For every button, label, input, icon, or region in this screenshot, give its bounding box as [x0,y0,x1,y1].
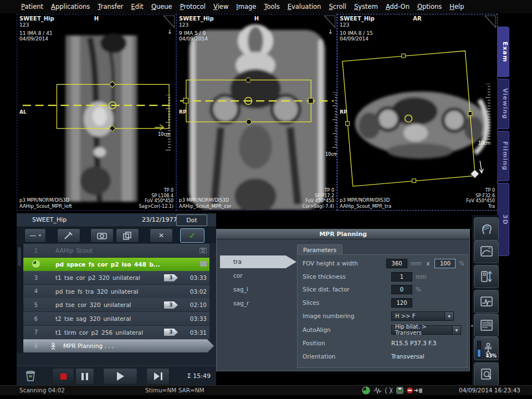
image-numbering-dropdown[interactable]: H >> F ▼ [391,311,454,321]
handle-top[interactable] [109,81,115,88]
fov-box[interactable] [342,51,475,186]
menu-transfer[interactable]: Transfer [98,3,123,11]
mpr-view-sag-l[interactable]: sag_l [220,283,296,296]
tab-parameters[interactable]: Parameters [297,244,342,255]
split-dropdown-button[interactable]: — ▾ [24,228,46,243]
queue-row-1[interactable]: 1 AAHip_Scout [23,244,209,257]
tab-exam[interactable]: Exam [497,27,509,77]
mri-console-window: Patient Applications Transfer Edit Queue… [0,0,532,399]
menu-edit[interactable]: Edit [131,3,144,11]
apply-button[interactable]: ✓ [180,228,204,243]
scroll-down-icon[interactable]: ↓ [328,29,333,35]
menu-view[interactable]: View [213,3,228,11]
menu-applications[interactable]: Applications [51,3,90,11]
menu-evaluation[interactable]: Evaluation [288,3,321,11]
menu-addon[interactable]: Add-On [386,3,410,11]
menu-image[interactable]: Image [236,3,256,11]
measurement-count-badge[interactable]: 3 [164,274,178,282]
mpr-view-tra[interactable]: tra [220,255,296,268]
viewport-sagittal[interactable]: SWEET_Hip 123 H 11 IMA 8 / 41 04/09/2014… [17,14,176,211]
scroll-down-icon[interactable]: ↓ [167,29,172,35]
mpr-view-cor[interactable]: cor [220,269,296,282]
field-label: Image numbering [303,313,391,319]
chevron-down-icon[interactable]: ▼ [452,326,461,334]
slice-dist-input[interactable] [391,285,412,294]
panel-title[interactable]: MPR Planning [217,229,469,239]
menu-protocol[interactable]: Protocol [180,3,206,11]
stack-corner-icon[interactable] [324,16,335,28]
separator-label: x [427,260,430,267]
contrast-injector-button[interactable] [57,228,80,243]
fov-height-input[interactable] [386,259,407,268]
viewport-transversal[interactable]: SWEET_Hip 123 AR 10 IMA 8 / 15 04/09/201… [337,14,498,211]
handle-bottom[interactable] [412,179,416,183]
table-position-button[interactable] [474,265,499,288]
menu-system[interactable]: System [354,3,378,11]
autoalign-dropdown[interactable]: Hip bilat. > Transvers ▼ [391,325,461,335]
tab-filming[interactable]: Filming [497,131,509,181]
roi-overlay-sagittal[interactable] [17,14,176,210]
queue-scrollbar[interactable] [17,244,23,353]
menu-help[interactable]: Help [449,3,464,11]
cancel-button[interactable]: ✕ [150,228,173,243]
chevron-down-icon[interactable]: ▼ [444,312,453,320]
physio-display-button[interactable] [474,290,499,313]
center-handle[interactable] [405,115,412,122]
menu-tools[interactable]: Tools [264,3,279,11]
stop-button[interactable] [52,368,74,385]
handle-bottom[interactable] [109,125,115,131]
queue-row-2-running[interactable]: pd_space_fs_cor_p2_iso_448_b... [23,258,209,271]
copy-reference-button[interactable] [116,228,139,243]
play-button[interactable] [103,368,137,385]
measurement-count-badge[interactable]: 3 [164,329,178,336]
handle-right[interactable] [308,98,313,103]
handle-left[interactable] [183,98,188,103]
field-label: Orientation [303,353,391,360]
handle-right[interactable] [468,112,472,116]
mpr-view-sag-r[interactable]: sag_r [220,297,296,310]
stack-corner-icon[interactable] [485,16,496,28]
vp2-geometry-info: TP 0SP P17.2 FoV 450*450Cor>Sag(-7.4) [303,188,334,209]
handle-left[interactable] [345,121,349,125]
queue-row-5[interactable]: 5 pd_tse_cor_320_unilateral 3 02:10 [23,298,209,311]
stack-corner-icon[interactable] [163,16,175,28]
tab-viewing[interactable]: Viewing [497,79,509,129]
slice-thickness-input[interactable] [391,272,412,282]
progress-pie-icon [32,260,40,268]
measurement-count-badge[interactable]: 3 [164,301,178,309]
fov-box[interactable] [57,84,170,128]
collapse-marker-icon[interactable]: ◂ [470,323,473,328]
roi-overlay-transversal[interactable] [337,14,497,210]
autoalign-head-button[interactable] [474,217,499,241]
rotation-handle[interactable] [470,170,479,178]
inline-display-button[interactable] [474,240,499,263]
queue-row-8-selected[interactable]: 8 MPR Planning . . . [23,339,214,352]
roi-overlay-coronal[interactable] [177,14,336,210]
dot-engine-button[interactable]: Dot [176,214,207,226]
queue-row-number: 8 [23,343,49,349]
queue-row-name: AAHip_Scout [49,247,181,254]
menu-scroll[interactable]: Scroll [329,3,346,11]
sar-monitor-button[interactable]: 43% [474,337,499,360]
scale-ruler [485,84,491,140]
queue-row-3[interactable]: 3 t1_tse_cor_p2_320_unilateral 3 03:33 [23,271,209,284]
search-protocol-button[interactable] [474,362,499,386]
protocol-printout-button[interactable]: ◂ [474,314,499,337]
menu-queue[interactable]: Queue [151,3,172,11]
trash-icon[interactable] [25,370,35,381]
fov-width-input[interactable] [434,259,456,268]
handle-top[interactable] [246,78,251,83]
pause-button[interactable] [75,368,94,385]
queue-row-4[interactable]: 4 pd_tse_fs_tra_320_unilateral 03:02 [23,285,209,298]
queue-row-6[interactable]: 6 t2_tse_sag_320_unilateral 03:33 [23,312,209,325]
menu-options[interactable]: Options [417,3,442,11]
tab-3d[interactable]: 3D [497,183,509,256]
handle-bottom[interactable] [247,119,252,124]
handle-top[interactable] [402,54,406,58]
open-patient-browser-button[interactable] [90,228,114,243]
skip-next-button[interactable] [146,368,170,385]
viewport-coronal[interactable]: SWEET_Hip 123 H 9 IMA 5 / 9 04/09/2014 ↓… [176,14,337,211]
menu-patient[interactable]: Patient [21,3,43,11]
slices-input[interactable] [391,298,412,308]
queue-row-7[interactable]: 7 t1_tirm_cor_p2_256_unilateral 3 03:31 [23,326,209,339]
